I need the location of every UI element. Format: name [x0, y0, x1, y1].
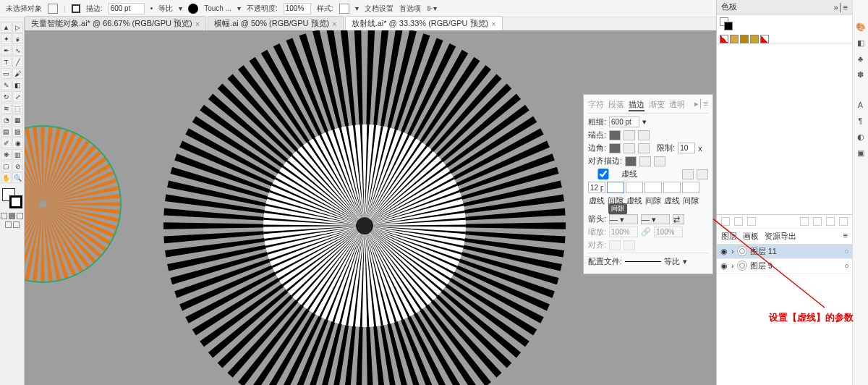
document-tab[interactable]: 失量智能对象.ai* @ 66.67% (RGB/GPU 预览)×: [25, 16, 206, 30]
tab-character[interactable]: 字符: [588, 99, 604, 111]
rectangle-tool[interactable]: ▭: [1, 68, 12, 79]
panel-menu-icon[interactable]: ▸│≡: [694, 99, 708, 111]
tab-transparency[interactable]: 透明: [669, 99, 685, 111]
stroke-swatch[interactable]: [72, 4, 80, 13]
swatches-panel-header[interactable]: 色板»│≡: [717, 0, 852, 14]
rotate-tool[interactable]: ↻: [1, 91, 12, 102]
document-tab[interactable]: 放射线.ai* @ 33.33% (RGB/GPU 预览)×: [345, 16, 503, 30]
limit-input[interactable]: [678, 143, 695, 153]
close-icon[interactable]: ×: [332, 20, 336, 28]
visibility-toggle[interactable]: ◉: [720, 247, 728, 256]
hand-tool[interactable]: ✋: [1, 172, 12, 183]
expand-toggle[interactable]: ›: [731, 261, 734, 270]
tab-asset-export[interactable]: 资源导出: [765, 231, 796, 242]
layers-toolbar-button[interactable]: [839, 217, 848, 226]
gap-input[interactable]: [644, 182, 662, 193]
layers-toolbar-button[interactable]: [800, 217, 809, 226]
swap-arrows-button[interactable]: ⇄: [673, 214, 684, 224]
brush-tool[interactable]: 🖌: [12, 68, 23, 79]
document-tab[interactable]: 横幅.ai @ 50% (RGB/GPU 预览)×: [208, 16, 344, 30]
gap-input[interactable]: [607, 182, 624, 193]
color-guide-icon[interactable]: ◧: [856, 38, 866, 48]
tab-stroke[interactable]: 描边: [629, 99, 644, 111]
layers-toolbar-button[interactable]: [721, 217, 730, 226]
magic-wand-tool[interactable]: ✦: [1, 33, 12, 44]
gap-input[interactable]: [682, 182, 699, 193]
pen-tool[interactable]: ✒: [1, 45, 12, 56]
touch-label[interactable]: Touch ...: [204, 4, 231, 12]
layers-toolbar-button[interactable]: [734, 217, 743, 226]
scale-tool[interactable]: ⤢: [12, 91, 23, 102]
tab-paragraph[interactable]: 段落: [608, 99, 624, 111]
lasso-tool[interactable]: ɕ: [12, 33, 23, 44]
swatch[interactable]: [740, 35, 749, 43]
swatch[interactable]: [730, 35, 739, 43]
dashed-checkbox[interactable]: [588, 169, 618, 179]
target-icon[interactable]: ○: [844, 261, 849, 270]
opacity-input[interactable]: [284, 3, 311, 14]
cap-round-button[interactable]: [624, 130, 635, 140]
stroke-weight-input[interactable]: [109, 3, 145, 14]
corner-miter-button[interactable]: [609, 143, 621, 153]
tab-gradient[interactable]: 渐变: [649, 99, 665, 111]
layers-toolbar-button[interactable]: [747, 217, 756, 226]
artboard-tool[interactable]: ▢: [1, 161, 12, 172]
fill-stroke-control[interactable]: [2, 188, 22, 208]
dash-input[interactable]: [626, 182, 643, 193]
style-swatch[interactable]: [339, 4, 349, 14]
slice-tool[interactable]: ⊘: [12, 161, 23, 172]
panel-menu-icon[interactable]: »│≡: [834, 3, 848, 12]
appearance-icon[interactable]: ◐: [856, 132, 866, 142]
tab-artboards[interactable]: 画板: [743, 231, 759, 242]
brushes-icon[interactable]: ✽: [856, 69, 866, 80]
zoom-tool[interactable]: 🔍: [12, 172, 23, 183]
color-panel-icon[interactable]: 🎨: [856, 22, 866, 32]
graphic-styles-icon[interactable]: ▣: [856, 148, 866, 158]
direct-selection-tool[interactable]: ▷: [12, 22, 23, 33]
cap-butt-button[interactable]: [609, 130, 621, 140]
layer-name[interactable]: 图层 9: [750, 261, 773, 271]
curvature-tool[interactable]: ∿: [12, 45, 23, 56]
cap-projecting-button[interactable]: [638, 130, 650, 140]
uniform-label[interactable]: 等比: [158, 4, 173, 14]
layer-item[interactable]: ◉ › 图层 11 ○: [717, 245, 852, 259]
arrow-start-select[interactable]: — ▾: [609, 214, 638, 224]
shaper-tool[interactable]: ✎: [1, 80, 12, 90]
free-transform-tool[interactable]: ⬚: [12, 103, 23, 114]
corner-round-button[interactable]: [624, 143, 635, 153]
target-icon[interactable]: ○: [844, 247, 849, 255]
gradient-tool[interactable]: ▨: [12, 126, 23, 137]
dash-align-button[interactable]: [697, 169, 708, 179]
visibility-toggle[interactable]: ◉: [720, 261, 728, 271]
graph-tool[interactable]: ▥: [12, 149, 23, 160]
fill-swatch[interactable]: [48, 4, 58, 14]
screen-mode-button[interactable]: [5, 221, 12, 228]
symbols-icon[interactable]: ♣: [856, 54, 866, 64]
weight-input[interactable]: [609, 117, 639, 127]
layers-toolbar-button[interactable]: [826, 217, 835, 226]
arrow-end-select[interactable]: — ▾: [641, 214, 670, 224]
layer-name[interactable]: 图层 11: [750, 246, 777, 257]
color-mode-button[interactable]: [9, 213, 15, 219]
artwork-main-sunburst[interactable]: [162, 30, 567, 385]
brush-dot-icon[interactable]: [188, 4, 198, 14]
align-inside-button[interactable]: [639, 156, 651, 166]
dash-input[interactable]: [588, 182, 605, 193]
dash-input[interactable]: [663, 182, 681, 193]
doc-setup-button[interactable]: 文档设置: [365, 4, 393, 14]
expand-toggle[interactable]: ›: [731, 247, 734, 255]
shape-builder-tool[interactable]: ◔: [1, 114, 12, 125]
eyedropper-tool[interactable]: ✐: [1, 138, 12, 148]
screen-mode-button[interactable]: [13, 221, 20, 228]
selection-tool[interactable]: ▲: [1, 22, 12, 33]
layers-toolbar-button[interactable]: [813, 217, 822, 226]
layer-item[interactable]: ◉ › 图层 9 ○: [717, 259, 852, 274]
blend-tool[interactable]: ◉: [12, 138, 23, 148]
close-icon[interactable]: ×: [491, 20, 495, 28]
eraser-tool[interactable]: ◧: [12, 80, 23, 90]
prefs-button[interactable]: 首选项: [399, 4, 421, 14]
swatch[interactable]: [750, 35, 759, 43]
align-outside-button[interactable]: [654, 156, 665, 166]
line-tool[interactable]: ╱: [12, 56, 23, 67]
mesh-tool[interactable]: ▤: [1, 126, 12, 137]
